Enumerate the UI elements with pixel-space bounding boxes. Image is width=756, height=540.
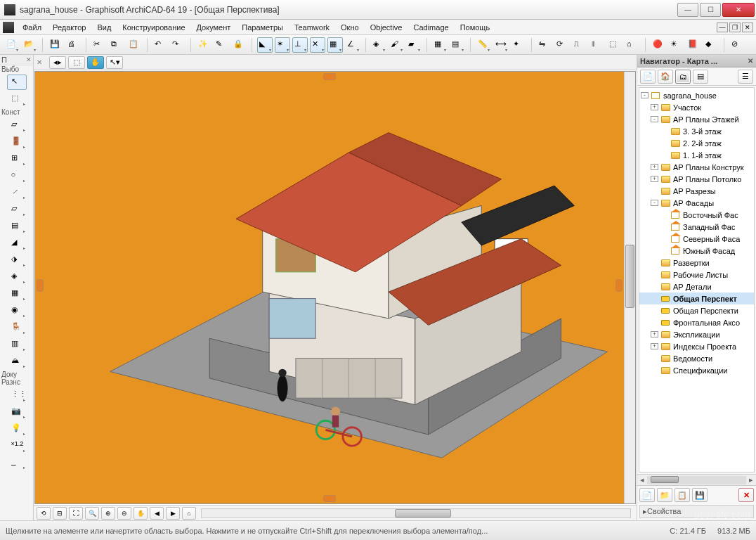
grid34-tool[interactable]: ⋮⋮ <box>7 387 27 403</box>
menu-view[interactable]: Вид <box>91 21 117 34</box>
tree-item[interactable]: 1. 1-й этаж <box>639 149 754 161</box>
dim-button[interactable]: ⟷ <box>493 37 509 53</box>
menu-cadimage[interactable]: Cadimage <box>408 21 454 34</box>
door-tool[interactable]: 🚪 <box>7 134 27 150</box>
viewport-hscroll[interactable] <box>201 508 631 518</box>
tree-item[interactable]: Развертки <box>639 257 754 269</box>
menu-editor[interactable]: Редактор <box>47 21 91 34</box>
back-button[interactable]: ◀ <box>150 507 164 520</box>
pencil-button[interactable]: ✎ <box>214 37 229 53</box>
menu-teamwork[interactable]: Teamwork <box>289 21 335 34</box>
tree-twisty-icon[interactable]: + <box>651 343 658 349</box>
mdi-restore[interactable]: ❐ <box>729 22 741 32</box>
snap-5-button[interactable]: ▦ <box>327 37 343 53</box>
lamp-tool[interactable]: 💡 <box>7 421 27 437</box>
properties-header[interactable]: ▸ Свойства <box>639 505 754 518</box>
save-button[interactable]: 💾 <box>48 37 63 53</box>
zoom-ext-button[interactable]: ⛶ <box>69 507 83 520</box>
tree-twisty-icon[interactable] <box>651 307 658 314</box>
compass-button[interactable]: ✦ <box>511 37 526 53</box>
tree-hscroll[interactable]: ◂▸ <box>637 474 756 485</box>
render4-button[interactable]: ◆ <box>703 37 719 53</box>
navigator-tree[interactable]: -sagrana_house+Участок-АР Планы Этажей3.… <box>639 87 755 472</box>
tree-item[interactable]: +Участок <box>639 101 754 113</box>
morph-tool[interactable]: ◉ <box>7 303 27 319</box>
tree-twisty-icon[interactable] <box>660 248 668 254</box>
fwd-button[interactable]: ▶ <box>166 507 180 520</box>
zoom-out-button[interactable]: ⊖ <box>117 507 131 520</box>
marquee-tool[interactable]: ⬚ <box>7 91 27 107</box>
lock-button[interactable]: 🔒 <box>231 37 247 53</box>
tree-twisty-icon[interactable] <box>651 319 658 326</box>
paste-button[interactable]: 📋 <box>126 37 142 53</box>
tree-twisty-icon[interactable] <box>651 188 658 194</box>
undo-button[interactable]: ↶ <box>152 37 168 53</box>
tree-twisty-icon[interactable] <box>660 224 668 230</box>
stair-tool[interactable]: ▤ <box>7 219 27 234</box>
copy-button[interactable]: ⧉ <box>109 37 124 53</box>
tree-twisty-icon[interactable] <box>651 355 658 361</box>
tree-twisty-icon[interactable] <box>660 140 668 146</box>
zone-tool[interactable]: ▥ <box>7 337 27 352</box>
maximize-button[interactable]: ☐ <box>700 3 721 17</box>
navigator-header[interactable]: Навигатор - Карта ... ✕ <box>637 55 756 68</box>
viewport-handle-right[interactable] <box>615 279 623 292</box>
skylight-tool[interactable]: ◈ <box>7 269 27 285</box>
minimize-button[interactable]: — <box>677 3 698 17</box>
mirror-button[interactable]: ⇋ <box>537 37 552 53</box>
line-misc-tool[interactable]: ⎯ <box>7 455 27 470</box>
object-tool[interactable]: 🪑 <box>7 320 27 335</box>
nav-clone[interactable]: 📋 <box>674 488 690 502</box>
open-button[interactable]: 📂 <box>22 37 37 53</box>
help-button[interactable]: ⊘ <box>729 37 745 53</box>
tree-item[interactable]: +Индексы Проекта <box>639 340 754 352</box>
tree-item[interactable]: Северный Фаса <box>639 233 754 245</box>
tree-item[interactable]: -АР Планы Этажей <box>639 113 754 125</box>
slab-tool[interactable]: ▱ <box>7 202 27 217</box>
menu-file[interactable]: Файл <box>17 21 47 34</box>
paint-button[interactable]: 🖌 <box>389 37 404 53</box>
menu-objective[interactable]: Objective <box>365 21 408 34</box>
print-button[interactable]: 🖨 <box>65 37 81 53</box>
wall-tool[interactable]: ▱ <box>7 117 27 133</box>
curtain-tool[interactable]: ▦ <box>7 286 27 302</box>
viewport-handle-top[interactable] <box>323 73 336 80</box>
shell-tool[interactable]: ⬗ <box>7 252 27 268</box>
redo-button[interactable]: ↷ <box>170 37 185 53</box>
mdi-close[interactable]: ✕ <box>742 22 753 32</box>
tree-twisty-icon[interactable]: - <box>651 200 658 206</box>
snap-6-button[interactable]: ∠ <box>345 37 360 53</box>
nav-tab-house[interactable]: 🏠 <box>658 70 673 84</box>
place-button[interactable]: ⌂ <box>625 37 640 53</box>
mdi-minimize[interactable]: — <box>717 22 728 32</box>
3d-viewport[interactable] <box>34 71 636 504</box>
align-button[interactable]: ⎍ <box>572 37 587 53</box>
mini-nav2[interactable]: ⬚ <box>68 56 85 69</box>
measure-button[interactable]: 📏 <box>476 37 491 53</box>
tree-twisty-icon[interactable] <box>651 283 658 290</box>
mini-nav3[interactable]: ✋ <box>87 56 104 69</box>
text-misc-tool[interactable]: ×1.2 <box>7 438 27 454</box>
tree-item[interactable]: +АР Планы Потолко <box>639 173 754 185</box>
orbit-button[interactable]: ⟲ <box>37 507 51 520</box>
views-button[interactable]: ▤ <box>450 37 465 53</box>
tree-twisty-icon[interactable] <box>651 367 658 373</box>
snap-4-button[interactable]: ✕ <box>310 37 325 53</box>
zoom-in-button[interactable]: ⊕ <box>101 507 115 520</box>
new-button[interactable]: 📄 <box>4 37 20 53</box>
snap-3-button[interactable]: ⊥ <box>292 37 308 53</box>
home-view-button[interactable]: ⌂ <box>182 507 196 520</box>
column-tool[interactable]: ○ <box>7 168 27 184</box>
tree-twisty-icon[interactable]: - <box>651 116 658 122</box>
nav-tab-project[interactable]: 📄 <box>640 70 656 84</box>
tree-item[interactable]: Западный Фас <box>639 221 754 233</box>
roof-tool[interactable]: ◢ <box>7 236 27 251</box>
menu-construct[interactable]: Конструирование <box>117 21 190 34</box>
window-tool[interactable]: ⊞ <box>7 151 27 167</box>
layer-button[interactable]: ◈ <box>371 37 386 53</box>
nav-save[interactable]: 💾 <box>692 488 708 502</box>
nav-new-view[interactable]: 📄 <box>639 488 655 502</box>
camera-misc-tool[interactable]: 📷 <box>7 404 27 420</box>
menu-window[interactable]: Окно <box>335 21 365 34</box>
nav-tab-layout[interactable]: ▤ <box>693 70 708 84</box>
